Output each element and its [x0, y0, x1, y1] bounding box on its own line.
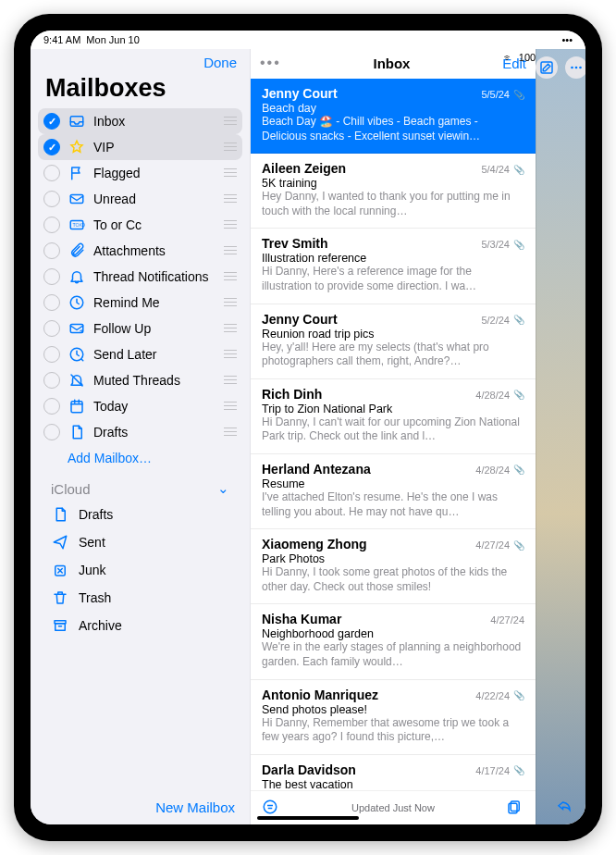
checkbox[interactable]	[43, 372, 60, 389]
reorder-handle[interactable]	[224, 376, 237, 385]
message-sender: Trev Smith	[262, 236, 328, 251]
checkbox[interactable]	[43, 242, 60, 259]
doc-icon	[51, 506, 69, 523]
paperplane-icon	[51, 534, 69, 551]
mailbox-row-attachments[interactable]: Attachments	[38, 238, 242, 264]
add-mailbox-button[interactable]: Add Mailbox…	[38, 445, 242, 471]
checkbox[interactable]	[43, 139, 60, 155]
reorder-handle[interactable]	[224, 350, 237, 359]
message-row[interactable]: Aileen Zeigen 5/4/24 📎 5K training Hey D…	[251, 154, 536, 229]
account-folder-sent[interactable]: Sent	[38, 528, 242, 556]
ipad-frame: 9:41 AM Mon Jun 10 ••• ᯤ 100% ▮ Done Mai…	[14, 14, 602, 841]
message-row[interactable]: Xiaomeng Zhong 4/27/24 📎 Park Photos Hi …	[251, 529, 536, 604]
message-date: 4/22/24	[475, 690, 510, 701]
message-sender: Xiaomeng Zhong	[262, 537, 367, 551]
mailbox-row-send-later[interactable]: Send Later	[38, 341, 242, 367]
mailbox-row-inbox[interactable]: Inbox	[38, 108, 242, 134]
reply-button[interactable]	[556, 797, 573, 818]
message-row[interactable]: Jenny Court 5/5/24 📎 Beach day Beach Day…	[251, 79, 536, 154]
mailbox-label: To or Cc	[93, 217, 216, 232]
checkbox[interactable]	[43, 217, 60, 233]
reorder-handle[interactable]	[224, 117, 237, 126]
mailbox-label: Thread Notifications	[93, 269, 216, 284]
account-folder-trash[interactable]: Trash	[38, 584, 242, 612]
message-row[interactable]: Antonio Manriquez 4/22/24 📎 Send photos …	[251, 680, 536, 755]
account-folder-archive[interactable]: Archive	[38, 612, 242, 639]
svg-rect-1	[70, 195, 83, 204]
reorder-handle[interactable]	[224, 324, 237, 333]
sidebar-title: Mailboxes	[31, 74, 250, 108]
reorder-handle[interactable]	[224, 298, 237, 307]
checkbox[interactable]	[43, 113, 60, 130]
tocc-icon: TO/CC	[68, 217, 86, 233]
message-date: 5/3/24	[481, 239, 510, 250]
message-date: 4/27/24	[490, 614, 524, 626]
inbox-title: Inbox	[281, 56, 502, 71]
reorder-handle[interactable]	[224, 272, 237, 281]
mailbox-row-flagged[interactable]: Flagged	[38, 160, 242, 186]
mailbox-row-vip[interactable]: VIP	[38, 134, 242, 160]
message-date: 5/5/24	[481, 89, 510, 100]
message-sender: Nisha Kumar	[262, 612, 341, 626]
checkbox[interactable]	[43, 191, 60, 207]
star-icon	[68, 139, 86, 155]
message-row[interactable]: Trev Smith 5/3/24 📎 Illustration referen…	[251, 229, 536, 304]
checkbox[interactable]	[43, 424, 60, 440]
reorder-handle[interactable]	[224, 142, 237, 152]
mailbox-row-drafts[interactable]: Drafts	[38, 419, 242, 445]
filter-icon[interactable]	[262, 799, 280, 817]
checkbox[interactable]	[43, 268, 60, 285]
account-folder-drafts[interactable]: Drafts	[38, 501, 242, 528]
mailbox-row-muted-threads[interactable]: Muted Threads	[38, 367, 242, 393]
folder-label: Junk	[79, 563, 106, 577]
reorder-handle[interactable]	[224, 402, 237, 411]
window-dots-icon[interactable]: •••	[260, 55, 281, 71]
mailbox-row-unread[interactable]: Unread	[38, 186, 242, 212]
mailbox-label: Remind Me	[93, 295, 216, 310]
checkbox[interactable]	[43, 398, 60, 415]
reorder-handle[interactable]	[224, 194, 237, 204]
message-sender: Aileen Zeigen	[262, 161, 346, 176]
account-folder-junk[interactable]: Junk	[38, 556, 242, 584]
mailbox-row-follow-up[interactable]: Follow Up	[38, 316, 242, 341]
message-subject: Park Photos	[262, 552, 524, 565]
checkbox[interactable]	[43, 294, 60, 311]
account-name[interactable]: iCloud	[51, 481, 91, 497]
message-preview: Beach Day 🏖️ - Chill vibes - Beach games…	[262, 115, 524, 143]
checkbox[interactable]	[43, 320, 60, 337]
stack-icon[interactable]	[506, 799, 524, 817]
mailbox-row-thread-notifications[interactable]: Thread Notifications	[38, 264, 242, 290]
message-sender: Jenny Court	[262, 86, 338, 101]
message-row[interactable]: Jenny Court 5/2/24 📎 Reunion road trip p…	[251, 304, 536, 379]
mailbox-label: Unread	[93, 192, 216, 206]
paperclip-icon: 📎	[513, 315, 524, 325]
mailbox-label: Send Later	[93, 347, 216, 362]
compose-button[interactable]	[536, 56, 558, 79]
message-row[interactable]: Nisha Kumar 4/27/24 Neighborhood garden …	[251, 604, 536, 679]
doc-icon	[68, 424, 86, 440]
folder-label: Sent	[79, 535, 105, 550]
chevron-down-icon[interactable]: ⌄	[217, 480, 229, 497]
paperclip-icon: 📎	[513, 465, 524, 475]
mailbox-row-remind-me[interactable]: Remind Me	[38, 290, 242, 316]
paperclip-icon: 📎	[513, 540, 524, 551]
new-mailbox-button[interactable]: New Mailbox	[155, 799, 235, 815]
reorder-handle[interactable]	[224, 428, 237, 437]
more-button[interactable]	[565, 56, 586, 79]
checkbox[interactable]	[43, 165, 60, 181]
reorder-handle[interactable]	[224, 168, 237, 178]
multitask-dots-icon[interactable]: •••	[561, 34, 573, 45]
done-button[interactable]: Done	[203, 55, 237, 70]
status-date: Mon Jun 10	[86, 34, 139, 45]
calendar-icon	[68, 398, 86, 415]
reorder-handle[interactable]	[224, 246, 237, 255]
home-indicator[interactable]	[257, 816, 359, 820]
message-date: 4/28/24	[475, 390, 510, 401]
message-row[interactable]: Herland Antezana 4/28/24 📎 Resume I've a…	[251, 454, 536, 529]
mailbox-row-to-or-cc[interactable]: TO/CC To or Cc	[38, 212, 242, 238]
message-row[interactable]: Rich Dinh 4/28/24 📎 Trip to Zion Nationa…	[251, 379, 536, 454]
checkbox[interactable]	[43, 346, 60, 363]
message-row[interactable]: Darla Davidson 4/17/24 📎 The best vacati…	[251, 755, 536, 790]
reorder-handle[interactable]	[224, 220, 237, 229]
mailbox-row-today[interactable]: Today	[38, 393, 242, 419]
